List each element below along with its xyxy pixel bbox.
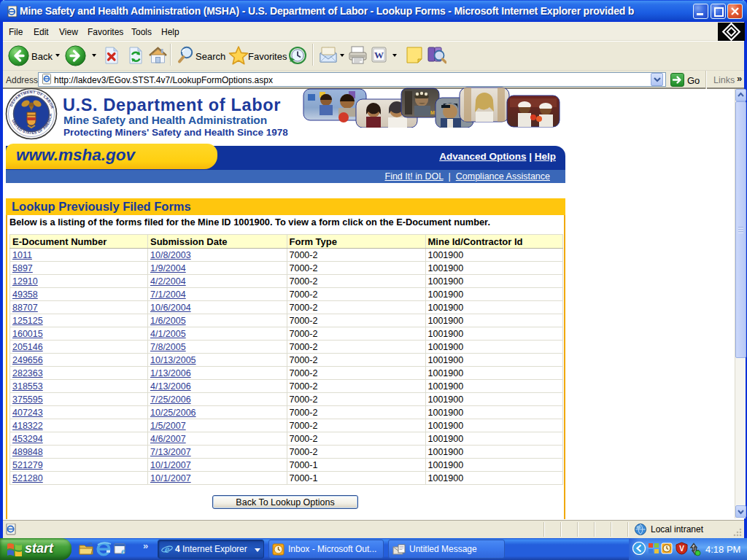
svg-text:e: e xyxy=(165,543,170,555)
svg-text:W: W xyxy=(374,50,384,61)
svg-text:e: e xyxy=(121,545,125,556)
svg-text:V: V xyxy=(679,545,684,553)
